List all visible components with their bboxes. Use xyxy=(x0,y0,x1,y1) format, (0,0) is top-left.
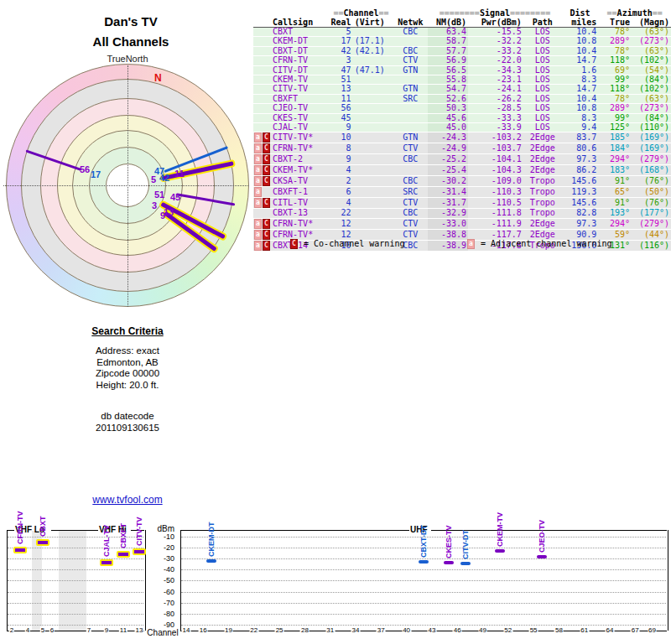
cell-pwr: -15.5 xyxy=(468,28,523,37)
x-tick-label: 25 xyxy=(275,626,284,634)
cell-miles: 145.6 xyxy=(562,176,599,187)
cell-pwr: -104.3 xyxy=(468,165,523,176)
cell-miles: 83.7 xyxy=(562,132,599,143)
x-tick-label: 34 xyxy=(351,626,361,634)
search-criteria: Search Criteria Address: exact Edmonton,… xyxy=(44,325,211,434)
cell-warn xyxy=(253,75,271,85)
cell-nm: -31.4 xyxy=(428,187,468,198)
cell-virt: (47.1) xyxy=(353,65,393,75)
cell-real: 10 xyxy=(330,132,353,143)
x-tick-label: 69 xyxy=(648,626,657,634)
adjacent-channel-badge: a xyxy=(254,187,262,197)
cell-magn: (168°) xyxy=(632,165,671,176)
cell-pwr: -103.7 xyxy=(468,143,523,154)
signal-marker-CBXFT xyxy=(117,551,130,558)
x-tick-label: 22 xyxy=(249,626,258,634)
cell-path: LOS xyxy=(523,85,562,94)
cell-virt xyxy=(353,85,393,94)
radar-north-axis xyxy=(127,65,128,307)
tvfool-report: Dan's TV All Channels TrueNorth N 561747… xyxy=(0,0,671,644)
cell-real: 17 xyxy=(330,37,353,46)
cell-callsign: CBXT-2 xyxy=(271,154,330,165)
cell-nm: -31.7 xyxy=(428,198,468,209)
signal-marker-CBXT xyxy=(36,539,49,546)
cell-virt xyxy=(353,132,393,143)
cell-real: 42 xyxy=(330,46,353,55)
table-row: CITV-DT47(47.1)GTN56.5-34.3LOS1.669°(54°… xyxy=(253,65,671,75)
cell-callsign: CBXFT-1 xyxy=(271,187,330,198)
cell-netwk: SRC xyxy=(393,94,428,103)
cell-nm: -24.9 xyxy=(428,143,468,154)
cell-warn xyxy=(253,46,271,55)
cell-netwk: CBC xyxy=(393,209,428,218)
cell-callsign: CKEM-DT xyxy=(271,37,330,46)
cell-nm: 50.3 xyxy=(428,104,468,113)
legend-adjacent-channel: a = Adjacent channel warning xyxy=(467,239,612,249)
cell-callsign: CITL-TV xyxy=(271,198,330,209)
cell-path: 2Edge xyxy=(523,218,562,229)
station-label-CFRN-TV: CFRN-TV xyxy=(17,511,24,544)
cell-magn: (76°) xyxy=(632,176,671,187)
cell-virt xyxy=(353,176,393,187)
cell-miles: 1.6 xyxy=(562,65,599,75)
cell-netwk xyxy=(393,165,428,176)
cell-callsign: CFRN-TV* xyxy=(271,218,330,229)
cell-netwk: CBC xyxy=(393,154,428,165)
cell-warn xyxy=(253,56,271,65)
cell-warn: aC xyxy=(253,165,271,176)
cell-tru: 65° xyxy=(598,187,632,198)
cell-nm: -30.2 xyxy=(428,176,468,187)
cell-netwk: CTV xyxy=(393,198,428,209)
cell-netwk: GTN xyxy=(393,65,428,75)
cell-miles: 10.8 xyxy=(562,37,599,46)
table-row: CITV-TV13GTN54.7-24.1LOS14.7118°(102°) xyxy=(253,85,671,94)
cell-netwk xyxy=(393,75,428,85)
table-row: CJAL-TV945.0-33.9LOS9.4125°(110°) xyxy=(253,123,671,132)
cell-pwr: -33.3 xyxy=(468,113,523,122)
x-tick-label: 11 xyxy=(119,626,127,634)
cell-virt xyxy=(353,143,393,154)
cell-callsign: CBXT-DT xyxy=(271,46,330,55)
signal-marker-CJAL-TV xyxy=(100,559,113,566)
cell-warn xyxy=(253,37,271,46)
cell-real: 22 xyxy=(330,209,353,218)
cell-nm: -25.2 xyxy=(428,154,468,165)
cell-real: 4 xyxy=(330,198,353,209)
cell-warn: aC xyxy=(253,176,271,187)
tvfool-link[interactable]: www.tvfool.com xyxy=(92,494,162,506)
cell-magn: (273°) xyxy=(632,37,671,46)
cell-virt xyxy=(353,75,393,85)
y-tick-label: -60 xyxy=(146,588,174,596)
cell-pwr: -34.3 xyxy=(468,65,523,75)
cell-warn xyxy=(253,123,271,132)
cell-pwr: -110.3 xyxy=(468,187,523,198)
cell-magn: (44°) xyxy=(632,229,671,240)
cell-virt xyxy=(353,113,393,122)
table-row: CKEM-TV5155.8-23.1LOS8.399°(84°) xyxy=(253,75,671,85)
co-channel-badge: C xyxy=(263,132,270,143)
cell-path: LOS xyxy=(523,37,562,46)
station-table: ==Channel== ========Signal======== Dist … xyxy=(253,8,671,252)
group-header-signal: ========Signal======== xyxy=(428,8,561,18)
cell-real: 8 xyxy=(330,143,353,154)
group-header-azimuth: ==Azimuth== xyxy=(598,8,671,18)
cell-real: 47 xyxy=(330,65,353,75)
adjacent-channel-badge: a xyxy=(254,176,262,186)
x-tick-label: 58 xyxy=(554,626,564,634)
cell-warn xyxy=(253,65,271,75)
cell-callsign: CFRN-TV* xyxy=(271,143,330,154)
cell-tru: 118° xyxy=(598,85,632,94)
x-tick-label: 43 xyxy=(427,626,436,634)
x-tick-label: 6 xyxy=(49,626,55,634)
x-tick-label: 31 xyxy=(325,626,335,634)
cell-path: LOS xyxy=(523,28,562,37)
cell-path: Tropo xyxy=(523,176,562,187)
datecode-label: db datecode xyxy=(44,411,211,423)
cell-virt xyxy=(353,165,393,176)
cell-callsign: CITV-TV* xyxy=(271,132,330,143)
col-header-pwr: Pwr(dBm) xyxy=(468,18,523,28)
radar-east-west-axis xyxy=(3,185,249,186)
cell-nm: -32.9 xyxy=(428,209,468,218)
cell-tru: 69° xyxy=(598,65,632,75)
col-header-miles: miles xyxy=(562,18,599,28)
